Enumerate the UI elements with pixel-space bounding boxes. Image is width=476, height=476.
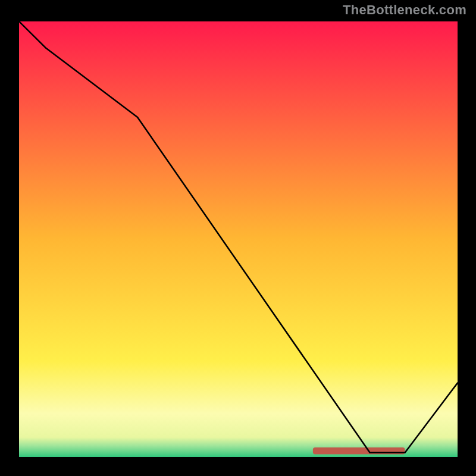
chart-frame: TheBottleneck.com — [0, 0, 476, 476]
bottleneck-chart — [19, 21, 458, 457]
gradient-background — [19, 21, 458, 457]
plot-area — [17, 19, 460, 459]
watermark-text: TheBottleneck.com — [343, 2, 466, 18]
